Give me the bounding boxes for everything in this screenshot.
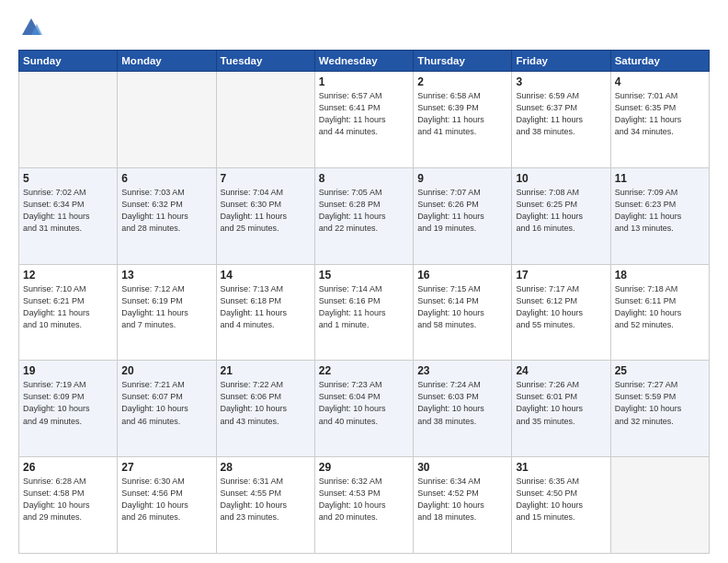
weekday-header-friday: Friday [512, 51, 610, 72]
day-number: 29 [319, 461, 409, 474]
logo-icon [18, 15, 44, 40]
calendar-cell [118, 72, 216, 168]
day-number: 7 [221, 172, 311, 185]
calendar-week-row: 19Sunrise: 7:19 AM Sunset: 6:09 PM Dayli… [19, 361, 710, 457]
day-number: 4 [615, 75, 705, 88]
calendar-cell: 8Sunrise: 7:05 AM Sunset: 6:28 PM Daylig… [314, 167, 413, 264]
day-info: Sunrise: 7:12 AM Sunset: 6:19 PM Dayligh… [121, 283, 211, 331]
day-number: 5 [23, 172, 113, 185]
day-number: 11 [615, 172, 705, 185]
day-number: 25 [615, 364, 705, 377]
weekday-header-monday: Monday [118, 51, 216, 72]
calendar-cell [610, 457, 709, 554]
day-info: Sunrise: 7:22 AM Sunset: 6:06 PM Dayligh… [221, 379, 311, 427]
day-info: Sunrise: 7:18 AM Sunset: 6:11 PM Dayligh… [615, 283, 705, 331]
day-number: 13 [121, 269, 211, 282]
calendar-cell: 20Sunrise: 7:21 AM Sunset: 6:07 PM Dayli… [118, 361, 216, 457]
day-number: 19 [23, 364, 113, 377]
day-info: Sunrise: 6:35 AM Sunset: 4:50 PM Dayligh… [516, 476, 606, 523]
calendar-week-row: 26Sunrise: 6:28 AM Sunset: 4:58 PM Dayli… [19, 457, 710, 554]
day-info: Sunrise: 7:15 AM Sunset: 6:14 PM Dayligh… [417, 283, 507, 331]
day-info: Sunrise: 7:02 AM Sunset: 6:34 PM Dayligh… [23, 187, 113, 235]
page: SundayMondayTuesdayWednesdayThursdayFrid… [0, 0, 728, 563]
calendar-cell: 10Sunrise: 7:08 AM Sunset: 6:25 PM Dayli… [512, 167, 610, 264]
calendar-cell: 16Sunrise: 7:15 AM Sunset: 6:14 PM Dayli… [414, 264, 512, 361]
day-number: 15 [319, 269, 409, 282]
calendar-cell: 31Sunrise: 6:35 AM Sunset: 4:50 PM Dayli… [512, 457, 610, 554]
day-number: 2 [417, 75, 507, 88]
day-info: Sunrise: 7:26 AM Sunset: 6:01 PM Dayligh… [516, 379, 606, 427]
day-number: 30 [417, 461, 507, 474]
calendar-cell: 18Sunrise: 7:18 AM Sunset: 6:11 PM Dayli… [610, 264, 709, 361]
day-number: 22 [319, 364, 409, 377]
weekday-header-thursday: Thursday [414, 51, 512, 72]
day-number: 6 [121, 172, 211, 185]
day-info: Sunrise: 7:04 AM Sunset: 6:30 PM Dayligh… [221, 187, 311, 235]
calendar-cell: 1Sunrise: 6:57 AM Sunset: 6:41 PM Daylig… [314, 72, 413, 168]
day-info: Sunrise: 6:59 AM Sunset: 6:37 PM Dayligh… [516, 90, 606, 138]
calendar-cell [19, 72, 118, 168]
day-number: 12 [23, 269, 113, 282]
day-number: 31 [516, 461, 606, 474]
day-number: 1 [319, 75, 409, 88]
day-number: 24 [516, 364, 606, 377]
calendar-cell: 6Sunrise: 7:03 AM Sunset: 6:32 PM Daylig… [118, 167, 216, 264]
calendar-cell: 2Sunrise: 6:58 AM Sunset: 6:39 PM Daylig… [414, 72, 512, 168]
calendar-table: SundayMondayTuesdayWednesdayThursdayFrid… [18, 50, 710, 554]
calendar-cell: 21Sunrise: 7:22 AM Sunset: 6:06 PM Dayli… [216, 361, 314, 457]
day-info: Sunrise: 7:10 AM Sunset: 6:21 PM Dayligh… [23, 283, 113, 331]
header [18, 15, 710, 40]
day-info: Sunrise: 7:19 AM Sunset: 6:09 PM Dayligh… [23, 379, 113, 427]
calendar-cell: 25Sunrise: 7:27 AM Sunset: 5:59 PM Dayli… [610, 361, 709, 457]
day-info: Sunrise: 7:27 AM Sunset: 5:59 PM Dayligh… [615, 379, 705, 427]
weekday-header-wednesday: Wednesday [314, 51, 413, 72]
weekday-header-row: SundayMondayTuesdayWednesdayThursdayFrid… [19, 51, 710, 72]
calendar-cell: 26Sunrise: 6:28 AM Sunset: 4:58 PM Dayli… [19, 457, 118, 554]
calendar-cell: 24Sunrise: 7:26 AM Sunset: 6:01 PM Dayli… [512, 361, 610, 457]
day-info: Sunrise: 6:32 AM Sunset: 4:53 PM Dayligh… [319, 476, 409, 523]
calendar-week-row: 1Sunrise: 6:57 AM Sunset: 6:41 PM Daylig… [19, 72, 710, 168]
day-info: Sunrise: 7:01 AM Sunset: 6:35 PM Dayligh… [615, 90, 705, 138]
day-number: 16 [417, 269, 507, 282]
calendar-cell: 3Sunrise: 6:59 AM Sunset: 6:37 PM Daylig… [512, 72, 610, 168]
calendar-cell: 30Sunrise: 6:34 AM Sunset: 4:52 PM Dayli… [414, 457, 512, 554]
calendar-cell: 12Sunrise: 7:10 AM Sunset: 6:21 PM Dayli… [19, 264, 118, 361]
day-info: Sunrise: 7:14 AM Sunset: 6:16 PM Dayligh… [319, 283, 409, 331]
day-info: Sunrise: 7:08 AM Sunset: 6:25 PM Dayligh… [516, 187, 606, 235]
calendar-cell: 17Sunrise: 7:17 AM Sunset: 6:12 PM Dayli… [512, 264, 610, 361]
day-number: 28 [221, 461, 311, 474]
day-info: Sunrise: 7:24 AM Sunset: 6:03 PM Dayligh… [417, 379, 507, 427]
calendar-cell: 7Sunrise: 7:04 AM Sunset: 6:30 PM Daylig… [216, 167, 314, 264]
day-number: 21 [221, 364, 311, 377]
calendar-cell: 29Sunrise: 6:32 AM Sunset: 4:53 PM Dayli… [314, 457, 413, 554]
logo [18, 15, 48, 40]
calendar-week-row: 12Sunrise: 7:10 AM Sunset: 6:21 PM Dayli… [19, 264, 710, 361]
day-info: Sunrise: 7:05 AM Sunset: 6:28 PM Dayligh… [319, 187, 409, 235]
weekday-header-tuesday: Tuesday [216, 51, 314, 72]
day-info: Sunrise: 6:58 AM Sunset: 6:39 PM Dayligh… [417, 90, 507, 138]
calendar-cell: 15Sunrise: 7:14 AM Sunset: 6:16 PM Dayli… [314, 264, 413, 361]
calendar-cell: 23Sunrise: 7:24 AM Sunset: 6:03 PM Dayli… [414, 361, 512, 457]
calendar-cell: 28Sunrise: 6:31 AM Sunset: 4:55 PM Dayli… [216, 457, 314, 554]
day-info: Sunrise: 7:21 AM Sunset: 6:07 PM Dayligh… [121, 379, 211, 427]
day-info: Sunrise: 6:34 AM Sunset: 4:52 PM Dayligh… [417, 476, 507, 523]
calendar-cell: 19Sunrise: 7:19 AM Sunset: 6:09 PM Dayli… [19, 361, 118, 457]
day-number: 18 [615, 269, 705, 282]
day-info: Sunrise: 7:07 AM Sunset: 6:26 PM Dayligh… [417, 187, 507, 235]
calendar-week-row: 5Sunrise: 7:02 AM Sunset: 6:34 PM Daylig… [19, 167, 710, 264]
weekday-header-sunday: Sunday [19, 51, 118, 72]
day-number: 20 [121, 364, 211, 377]
calendar-cell: 13Sunrise: 7:12 AM Sunset: 6:19 PM Dayli… [118, 264, 216, 361]
day-number: 3 [516, 75, 606, 88]
day-number: 10 [516, 172, 606, 185]
day-number: 26 [23, 461, 113, 474]
calendar-cell: 5Sunrise: 7:02 AM Sunset: 6:34 PM Daylig… [19, 167, 118, 264]
day-info: Sunrise: 6:31 AM Sunset: 4:55 PM Dayligh… [221, 476, 311, 523]
day-info: Sunrise: 7:09 AM Sunset: 6:23 PM Dayligh… [615, 187, 705, 235]
calendar-cell: 9Sunrise: 7:07 AM Sunset: 6:26 PM Daylig… [414, 167, 512, 264]
day-number: 17 [516, 269, 606, 282]
calendar-cell [216, 72, 314, 168]
day-number: 9 [417, 172, 507, 185]
weekday-header-saturday: Saturday [610, 51, 709, 72]
calendar-cell: 22Sunrise: 7:23 AM Sunset: 6:04 PM Dayli… [314, 361, 413, 457]
